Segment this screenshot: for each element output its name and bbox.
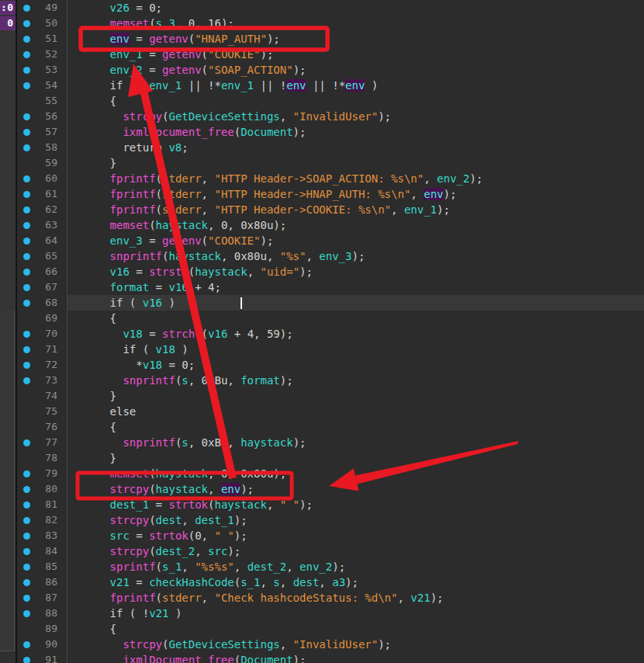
code-row-58[interactable]: 58 return v8; — [19, 140, 644, 155]
statement-dot-icon[interactable] — [23, 564, 30, 571]
statement-dot-icon[interactable] — [23, 175, 30, 182]
statement-dot-icon[interactable] — [23, 362, 30, 369]
code-line[interactable]: fprintf(stderr, "HTTP Header->HNAP_AUTH:… — [68, 186, 644, 202]
code-line[interactable]: { — [68, 621, 644, 637]
code-line[interactable]: v26 = 0; — [68, 0, 644, 16]
left-panel-scrollbar[interactable] — [0, 311, 15, 651]
code-line[interactable]: env_1 = getenv("COOKIE"); — [68, 47, 644, 62]
code-row-75[interactable]: 75 else — [19, 404, 644, 419]
code-line[interactable]: v21 = checkHashCode(s_1, s, dest, a3); — [68, 574, 644, 590]
code-line[interactable]: } — [68, 388, 644, 404]
statement-dot-icon[interactable] — [23, 269, 30, 276]
statement-dot-icon[interactable] — [23, 610, 30, 617]
code-row-62[interactable]: 62 fprintf(stderr, "HTTP Header->COOKIE:… — [19, 202, 644, 217]
code-row-56[interactable]: 56 strcpy(GetDeviceSettings, "InvalidUse… — [19, 109, 644, 124]
statement-dot-icon[interactable] — [23, 284, 30, 291]
code-line[interactable]: snprintf(haystack, 0x80u, "%s", env_3); — [68, 248, 644, 264]
code-editor[interactable]: 49 v26 = 0;50 memset(s_3, 0, 16);51 env … — [19, 0, 644, 663]
highlighted-identifier[interactable]: env — [345, 79, 365, 92]
code-row-91[interactable]: 91 ixmlDocument_free(Document); — [19, 652, 644, 663]
code-line[interactable]: snprintf(s, 0xBu, format); — [68, 373, 644, 388]
code-line[interactable]: return v8; — [68, 140, 644, 155]
code-line[interactable]: if ( !env_1 || !*env_1 || !env || !*env … — [68, 78, 644, 93]
highlighted-identifier[interactable]: env — [221, 483, 241, 495]
code-line[interactable]: sprintf(s_1, "%s%s", dest_2, env_2); — [68, 559, 644, 574]
code-line[interactable]: } — [68, 450, 644, 466]
code-row-53[interactable]: 53 env_2 = getenv("SOAP_ACTION"); — [19, 62, 644, 78]
code-line[interactable]: env_2 = getenv("SOAP_ACTION"); — [68, 62, 644, 78]
code-line[interactable]: if ( v18 ) — [68, 342, 644, 357]
code-row-86[interactable]: 86 v21 = checkHashCode(s_1, s, dest, a3)… — [19, 574, 644, 590]
statement-dot-icon[interactable] — [23, 20, 30, 27]
code-row-60[interactable]: 60 fprintf(stderr, "HTTP Header->SOAP_AC… — [19, 171, 644, 186]
statement-dot-icon[interactable] — [23, 548, 30, 555]
statement-dot-icon[interactable] — [23, 439, 30, 446]
code-line[interactable]: fprintf(stderr, "HTTP Header->COOKIE: %s… — [68, 202, 644, 217]
code-row-90[interactable]: 90 strcpy(GetDeviceSettings, "InvalidUse… — [19, 637, 644, 652]
code-row-82[interactable]: 82 strcpy(dest, dest_1); — [19, 512, 644, 528]
code-line[interactable]: { — [68, 419, 644, 435]
code-row-64[interactable]: 64 env_3 = getenv("COOKIE"); — [19, 233, 644, 248]
code-line[interactable]: dest_1 = strtok(haystack, " "); — [68, 497, 644, 512]
code-line[interactable]: strcpy(haystack, env); — [68, 481, 644, 497]
statement-dot-icon[interactable] — [23, 253, 30, 260]
statement-dot-icon[interactable] — [23, 377, 30, 384]
code-line[interactable]: v16 = strstr(haystack, "uid="); — [68, 264, 644, 279]
code-row-83[interactable]: 83 src = strtok(0, " "); — [19, 528, 644, 543]
code-row-55[interactable]: 55 { — [19, 93, 644, 109]
highlighted-identifier[interactable]: env — [110, 33, 130, 45]
code-row-54[interactable]: 54 if ( !env_1 || !*env_1 || !env || !*e… — [19, 78, 644, 93]
code-row-63[interactable]: 63 memset(haystack, 0, 0x80u); — [19, 217, 644, 233]
code-row-67[interactable]: 67 format = v16 + 4; — [19, 279, 644, 295]
code-line[interactable]: env = getenv("HNAP_AUTH"); — [68, 31, 644, 47]
code-line[interactable]: fprintf(stderr, "Check hashcodeStatus: %… — [68, 590, 644, 606]
statement-dot-icon[interactable] — [23, 470, 30, 477]
code-row-71[interactable]: 71 if ( v18 ) — [19, 342, 644, 357]
code-line[interactable]: v18 = strchr(v16 + 4, 59); — [68, 326, 644, 342]
code-row-80[interactable]: 80 strcpy(haystack, env); — [19, 481, 644, 497]
highlighted-identifier[interactable]: env — [424, 188, 443, 200]
code-row-61[interactable]: 61 fprintf(stderr, "HTTP Header->HNAP_AU… — [19, 186, 644, 202]
code-line[interactable]: fprintf(stderr, "HTTP Header->SOAP_ACTIO… — [68, 171, 644, 186]
code-row-72[interactable]: 72 *v18 = 0; — [19, 357, 644, 373]
code-row-65[interactable]: 65 snprintf(haystack, 0x80u, "%s", env_3… — [19, 248, 644, 264]
statement-dot-icon[interactable] — [23, 595, 30, 602]
code-line[interactable]: if ( !v21 ) — [68, 606, 644, 621]
code-row-76[interactable]: 76 { — [19, 419, 644, 435]
code-line[interactable]: env_3 = getenv("COOKIE"); — [68, 233, 644, 248]
code-row-49[interactable]: 49 v26 = 0; — [19, 0, 644, 16]
code-row-74[interactable]: 74 } — [19, 388, 644, 404]
code-row-70[interactable]: 70 v18 = strchr(v16 + 4, 59); — [19, 326, 644, 342]
code-line[interactable]: if ( v16 ) — [68, 295, 644, 311]
statement-dot-icon[interactable] — [23, 144, 30, 151]
code-line[interactable]: format = v16 + 4; — [68, 279, 644, 295]
code-line[interactable]: strcpy(GetDeviceSettings, "InvalidUser")… — [68, 109, 644, 124]
statement-dot-icon[interactable] — [23, 67, 30, 74]
statement-dot-icon[interactable] — [23, 129, 30, 136]
code-row-73[interactable]: 73 snprintf(s, 0xBu, format); — [19, 373, 644, 388]
code-row-57[interactable]: 57 ixmlDocument_free(Document); — [19, 124, 644, 140]
code-line[interactable]: memset(s_3, 0, 16); — [68, 16, 644, 31]
code-row-50[interactable]: 50 memset(s_3, 0, 16); — [19, 16, 644, 31]
code-line[interactable]: } — [68, 155, 644, 171]
statement-dot-icon[interactable] — [23, 533, 30, 540]
code-line[interactable]: memset(haystack, 0, 0x80u); — [68, 466, 644, 481]
code-line[interactable]: snprintf(s, 0xBu, haystack); — [68, 435, 644, 450]
code-line[interactable]: memset(haystack, 0, 0x80u); — [68, 217, 644, 233]
code-line[interactable]: ixmlDocument_free(Document); — [68, 124, 644, 140]
statement-dot-icon[interactable] — [23, 641, 30, 648]
statement-dot-icon[interactable] — [23, 346, 30, 353]
statement-dot-icon[interactable] — [23, 486, 30, 493]
statement-dot-icon[interactable] — [23, 517, 30, 524]
code-row-85[interactable]: 85 sprintf(s_1, "%s%s", dest_2, env_2); — [19, 559, 644, 574]
left-panel-row[interactable]: 0 — [0, 16, 16, 30]
code-row-78[interactable]: 78 } — [19, 450, 644, 466]
statement-dot-icon[interactable] — [23, 51, 30, 58]
statement-dot-icon[interactable] — [23, 5, 30, 12]
highlighted-identifier[interactable]: env — [286, 79, 306, 92]
code-line[interactable]: strcpy(dest, dest_1); — [68, 512, 644, 528]
statement-dot-icon[interactable] — [23, 331, 30, 338]
code-row-68[interactable]: 68 if ( v16 ) — [19, 295, 644, 311]
statement-dot-icon[interactable] — [23, 113, 30, 120]
code-line[interactable]: strcpy(dest_2, src); — [68, 543, 644, 559]
